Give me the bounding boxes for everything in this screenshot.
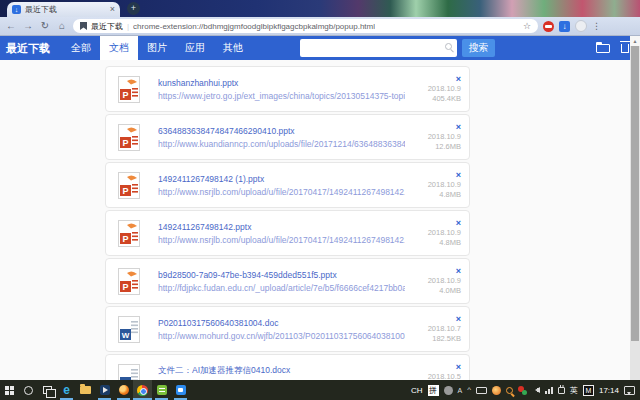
search-input[interactable] [300,41,457,59]
browser-menu-icon[interactable]: ⋮ [592,21,600,31]
file-name-link[interactable]: kunshanzhanhui.pptx [158,78,405,88]
reload-icon[interactable]: ↻ [39,20,51,32]
popup-toolbar: 最近下载 全部 文档 图片 应用 其他 搜索 [0,36,630,60]
ime-mode-icon[interactable]: M [583,385,594,396]
scrollbar-thumb[interactable] [631,46,639,341]
popup-title: 最近下载 [6,41,50,56]
cortana-icon[interactable] [19,380,38,400]
messenger-app-icon[interactable] [171,380,190,400]
scrollbar-up-icon[interactable]: ▲ [630,36,640,46]
network-icon[interactable] [545,387,553,394]
system-tray: CH 拼 A ^ 英 M 17:14 [411,385,640,396]
svg-text:W: W [122,331,130,340]
file-url-link[interactable]: http://www.nsrjlb.com/upload/u/file/2017… [158,187,405,197]
text-service-icon[interactable]: A [458,387,463,394]
new-tab-button[interactable]: + [127,2,140,15]
volume-icon[interactable] [532,387,540,393]
fox-tray-icon[interactable] [492,386,501,395]
search-button[interactable]: 搜索 [462,39,495,57]
browser-tab[interactable]: ↓ 最近下载 × [7,2,120,17]
delete-item-icon[interactable]: × [456,267,461,275]
file-name-link[interactable]: P020110317560640381004.doc [158,318,405,328]
download-item[interactable]: P W 文件二：AI加速器推荐信0410.docx http://sz-btf [105,354,470,380]
download-item[interactable]: P W P020110317560640381004.doc http://w [105,306,470,352]
file-meta: × 2018.10.9 12.6MB [405,123,469,151]
delete-item-icon[interactable]: × [456,171,461,179]
delete-item-icon[interactable]: × [456,219,461,227]
notes-app-icon[interactable] [152,380,171,400]
file-url-link[interactable]: http://www.nsrjlb.com/upload/u/file/2017… [158,235,405,245]
search-icon [445,43,452,50]
file-date: 2018.10.9 [428,229,461,237]
download-item[interactable]: P W 1492411267498142.pptx http://www.ns [105,210,470,256]
tab-close-icon[interactable]: × [110,5,115,14]
search-tray-icon[interactable] [506,387,513,394]
file-url-link[interactable]: http://www.kuandianncp.com/uploads/file/… [158,139,405,149]
page-scrollbar[interactable]: ▲ [630,36,640,380]
file-size: 4.8MB [439,239,461,247]
file-name-link[interactable]: b9d28500-7a09-47be-b394-459dded551f5.ppt… [158,270,405,280]
chrome-icon[interactable] [133,380,152,400]
page-info-icon[interactable] [80,22,87,30]
file-name-link[interactable]: 1492411267498142.pptx [158,222,405,232]
open-folder-icon[interactable] [596,44,610,53]
filter-tab[interactable]: 应用 [176,36,214,60]
firefox-icon[interactable] [114,380,133,400]
task-view-icon[interactable] [38,380,57,400]
download-item[interactable]: P W 6364883638474847466290410.pptx http [105,114,470,160]
download-item[interactable]: P W 1492411267498142 (1).pptx http://ww [105,162,470,208]
file-text-block: 文件二：AI加速器推荐信0410.docx http://sz-btfs.yun… [158,365,405,381]
notification-center-icon[interactable] [624,386,635,395]
address-url[interactable]: chrome-extension://bdhmgjgmfoodglbipkfig… [133,22,375,31]
media-player-icon[interactable] [95,380,114,400]
file-type-icon: P W [118,124,140,151]
file-text-block: b9d28500-7a09-47be-b394-459dded551f5.ppt… [158,270,405,293]
tray-chevron-icon[interactable]: ^ [467,386,471,394]
download-item[interactable]: P W b9d28500-7a09-47be-b394-459dded551f5… [105,258,470,304]
file-name-link[interactable]: 文件二：AI加速器推荐信0410.docx [158,365,405,377]
file-url-link[interactable]: http://fdjpkc.fudan.edu.cn/_upload/artic… [158,283,405,293]
filter-tab[interactable]: 其他 [214,36,252,60]
file-name-link[interactable]: 1492411267498142 (1).pptx [158,174,405,184]
file-name-link[interactable]: 6364883638474847466290410.pptx [158,126,405,136]
ime-language-label[interactable]: CH [411,386,423,395]
file-size: 4.0MB [439,287,461,295]
bookmark-star-icon[interactable]: ☆ [523,21,531,31]
clear-all-trash-icon[interactable] [621,44,629,53]
profile-avatar[interactable] [575,20,587,32]
antivirus-tray-icon[interactable] [518,386,527,395]
browser-navbar: ← → ↻ ⌂ 最近下载 | chrome-extension://bdhmgj… [0,17,640,36]
file-type-icon: P W [118,76,140,103]
filter-tab[interactable]: 文档 [100,36,138,60]
touch-keyboard-icon[interactable] [476,387,487,394]
svg-text:P: P [122,282,128,292]
file-size: 4.8MB [439,191,461,199]
file-explorer-icon[interactable] [76,380,95,400]
filter-tab[interactable]: 全部 [62,36,100,60]
file-meta: × 2018.10.9 4.8MB [405,219,469,247]
edge-icon[interactable]: e [57,380,76,400]
delete-item-icon[interactable]: × [456,75,461,83]
download-list: P W kunshanzhanhui.pptx https://www.jet [0,60,630,380]
download-manager-extension-icon[interactable]: ↓ [559,21,570,32]
file-url-link[interactable]: http://www.mohurd.gov.cn/wjfb/201103/P02… [158,331,405,341]
delete-item-icon[interactable]: × [456,315,461,323]
forward-icon[interactable]: → [22,20,34,32]
address-bar[interactable]: 最近下载 | chrome-extension://bdhmgjgmfoodgl… [73,19,538,33]
back-icon[interactable]: ← [5,20,17,32]
recorder-tray-icon[interactable] [444,386,453,395]
usb-device-icon[interactable] [558,387,565,394]
home-icon[interactable]: ⌂ [56,20,68,32]
file-size: 12.6MB [435,143,461,151]
ime-english-label[interactable]: 英 [570,385,578,396]
file-url-link[interactable]: https://www.jetro.go.jp/ext_images/china… [158,91,405,101]
adblock-extension-icon[interactable] [543,21,554,32]
taskbar-clock[interactable]: 17:14 [599,386,619,395]
delete-item-icon[interactable]: × [456,363,461,371]
delete-item-icon[interactable]: × [456,123,461,131]
ime-pinyin-icon[interactable]: 拼 [428,385,439,396]
start-button[interactable] [0,380,19,400]
filter-tab[interactable]: 图片 [138,36,176,60]
file-type-icon: P W [118,220,140,247]
download-item[interactable]: P W kunshanzhanhui.pptx https://www.jet [105,66,470,112]
